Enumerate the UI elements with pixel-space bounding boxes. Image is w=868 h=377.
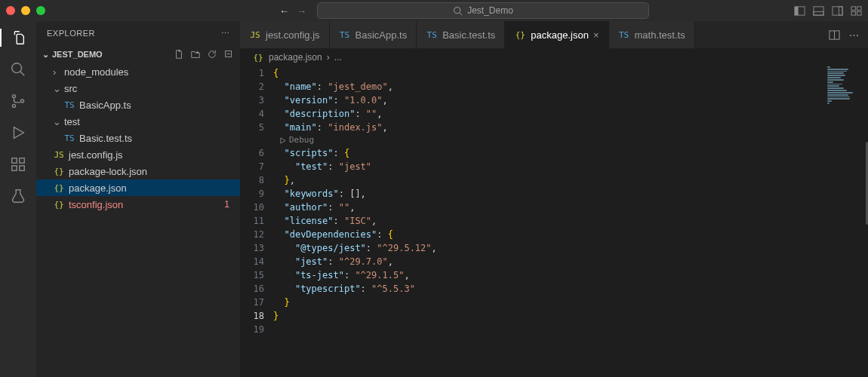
refresh-icon[interactable]	[207, 49, 217, 60]
file-Basic.test.ts[interactable]: TSBasic.test.ts	[36, 130, 240, 146]
svg-rect-17	[12, 158, 17, 163]
chevron-right-icon: ›	[53, 66, 60, 78]
run-debug-activity-icon[interactable]	[9, 124, 27, 142]
project-name: JEST_DEMO	[52, 50, 103, 59]
tree-item-label: package.json	[69, 182, 127, 194]
explorer-sidebar: EXPLORER ⋯ ⌄ JEST_DEMO ›node_modules⌄src…	[36, 21, 240, 377]
tab-label: Basic.test.ts	[442, 29, 495, 41]
svg-rect-20	[20, 158, 24, 163]
tree-item-label: Basic.test.ts	[79, 133, 132, 144]
tab-Basic.test.ts[interactable]: TSBasic.test.ts	[417, 21, 505, 48]
search-activity-icon[interactable]	[9, 60, 27, 78]
code-content[interactable]: { "name": "jest_demo", "version": "1.0.0…	[273, 66, 868, 377]
svg-rect-3	[795, 6, 799, 14]
svg-rect-10	[851, 11, 856, 15]
debug-play-icon	[279, 137, 286, 144]
minimize-window-button[interactable]	[21, 6, 30, 15]
file-BasicApp.ts[interactable]: TSBasicApp.ts	[36, 97, 240, 113]
new-file-icon[interactable]	[174, 49, 184, 60]
file-tree: ›node_modules⌄srcTSBasicApp.ts⌄testTSBas…	[36, 63, 240, 377]
explorer-actions	[174, 49, 234, 60]
svg-rect-4	[814, 6, 823, 14]
svg-rect-7	[839, 6, 842, 14]
tab-label: package.json	[531, 29, 589, 41]
folder-test[interactable]: ⌄test	[36, 113, 240, 130]
file-package-lock.json[interactable]: {}package-lock.json	[36, 163, 240, 179]
svg-point-16	[20, 100, 23, 103]
chevron-down-icon: ⌄	[42, 50, 49, 60]
editor-group: JSjest.config.jsTSBasicApp.tsTSBasic.tes…	[240, 21, 868, 377]
titlebar: ← → Jest_Demo	[0, 0, 868, 21]
tab-package.json[interactable]: {}package.json×	[505, 21, 608, 48]
svg-rect-9	[857, 6, 861, 10]
explorer-activity-icon[interactable]	[9, 29, 27, 47]
chevron-right-icon: ›	[327, 52, 330, 63]
tab-BasicApp.ts[interactable]: TSBasicApp.ts	[330, 21, 417, 48]
svg-rect-8	[851, 6, 856, 10]
breadcrumb[interactable]: {} package.json › ...	[240, 48, 868, 66]
command-center[interactable]: Jest_Demo	[317, 2, 649, 19]
tab-jest.config.js[interactable]: JSjest.config.js	[240, 21, 330, 48]
activity-bar	[0, 21, 36, 377]
layout-left-icon[interactable]	[794, 5, 805, 17]
nav-forward-icon[interactable]: →	[297, 5, 306, 17]
error-badge: 1	[224, 199, 229, 210]
svg-point-15	[12, 104, 15, 107]
sidebar-more-icon[interactable]: ⋯	[221, 29, 230, 38]
svg-line-13	[20, 72, 25, 76]
tab-label: math.test.ts	[635, 29, 685, 41]
sidebar-title: EXPLORER	[47, 29, 95, 38]
folder-node_modules[interactable]: ›node_modules	[36, 63, 240, 80]
svg-point-14	[12, 95, 15, 98]
svg-rect-19	[20, 166, 24, 170]
svg-line-1	[460, 12, 462, 14]
close-tab-icon[interactable]: ×	[593, 29, 599, 41]
collapse-all-icon[interactable]	[223, 49, 234, 60]
svg-rect-5	[814, 11, 823, 15]
tree-item-label: BasicApp.ts	[79, 100, 131, 111]
tree-item-label: jest.config.js	[69, 149, 123, 161]
layout-right-icon[interactable]	[832, 5, 843, 17]
line-gutter: 12345678910111213141516171819	[240, 66, 273, 377]
search-text: Jest_Demo	[467, 5, 513, 16]
layout-bottom-icon[interactable]	[813, 5, 824, 17]
json-file-icon: {}	[252, 53, 264, 63]
new-folder-icon[interactable]	[190, 49, 201, 60]
tree-item-label: test	[64, 116, 80, 127]
minimap[interactable]	[827, 66, 857, 104]
breadcrumb-file: package.json	[269, 52, 322, 63]
extensions-activity-icon[interactable]	[9, 155, 27, 173]
tabs-bar: JSjest.config.jsTSBasicApp.tsTSBasic.tes…	[240, 21, 868, 48]
search-icon	[453, 6, 463, 16]
close-window-button[interactable]	[6, 6, 15, 15]
chevron-down-icon: ⌄	[53, 116, 60, 127]
tab-math.test.ts[interactable]: TSmath.test.ts	[609, 21, 695, 48]
file-jest.config.js[interactable]: JSjest.config.js	[36, 146, 240, 163]
split-editor-icon[interactable]	[829, 29, 840, 41]
testing-activity-icon[interactable]	[9, 187, 27, 205]
codelens-debug[interactable]: Debug	[273, 134, 868, 146]
file-package.json[interactable]: {}package.json	[36, 179, 240, 196]
source-control-activity-icon[interactable]	[9, 92, 27, 110]
explorer-section-header[interactable]: ⌄ JEST_DEMO	[36, 45, 240, 63]
tab-more-icon[interactable]: ⋯	[849, 29, 859, 41]
svg-point-12	[12, 63, 22, 73]
file-tsconfig.json[interactable]: {}tsconfig.json1	[36, 196, 240, 213]
titlebar-layout-controls	[794, 5, 862, 17]
tab-label: BasicApp.ts	[356, 29, 408, 41]
tree-item-label: node_modules	[64, 66, 128, 78]
tab-label: jest.config.js	[266, 29, 320, 41]
editor[interactable]: 12345678910111213141516171819 { "name": …	[240, 66, 868, 377]
layout-customize-icon[interactable]	[851, 5, 862, 17]
chevron-down-icon: ⌄	[53, 83, 60, 94]
nav-back-icon[interactable]: ←	[279, 5, 289, 17]
folder-src[interactable]: ⌄src	[36, 80, 240, 97]
maximize-window-button[interactable]	[36, 6, 45, 15]
svg-rect-11	[857, 11, 861, 15]
tree-item-label: package-lock.json	[69, 166, 147, 177]
sidebar-header: EXPLORER ⋯	[36, 21, 240, 45]
nav-arrows: ← →	[279, 5, 306, 17]
svg-rect-18	[12, 166, 17, 170]
tree-item-label: tsconfig.json	[69, 199, 123, 210]
svg-point-0	[454, 7, 460, 13]
